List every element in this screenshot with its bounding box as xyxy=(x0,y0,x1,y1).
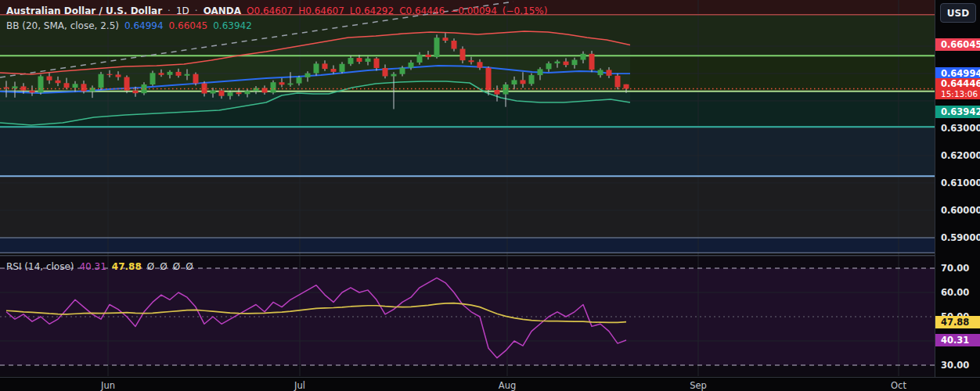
bb-lower-price-tag: 0.63942 xyxy=(935,106,980,118)
candle-up xyxy=(271,82,276,92)
month-label[interactable]: Aug xyxy=(493,380,521,391)
candle-down xyxy=(383,68,388,76)
candle-up xyxy=(391,74,397,77)
candle-down xyxy=(81,84,87,91)
candle-up xyxy=(38,77,44,93)
candle-up xyxy=(185,74,190,76)
candle-down xyxy=(30,91,35,93)
price-axis-label: 0.59000 xyxy=(935,232,980,243)
bb-upper-price-value: 0.66045 xyxy=(941,39,980,50)
candle-down xyxy=(374,59,380,68)
candle-down xyxy=(426,55,431,57)
rsi-ma-tag-value: 47.88 xyxy=(941,317,969,328)
price-axis-label: 0.63000 xyxy=(935,123,980,134)
candle-down xyxy=(357,58,362,62)
candle-down xyxy=(564,62,569,66)
price-zone xyxy=(0,0,935,15)
candle-up xyxy=(73,84,78,88)
candle-down xyxy=(236,92,242,94)
rsi-tag-value: 40.31 xyxy=(941,335,969,346)
candle-down xyxy=(279,82,285,84)
bb-upper-price-tag: 0.66045 xyxy=(935,38,980,51)
candle-up xyxy=(150,73,156,84)
candle-down xyxy=(521,80,526,84)
currency-unit-button[interactable]: USD xyxy=(940,3,976,23)
month-label[interactable]: Jun xyxy=(94,380,122,391)
candle-up xyxy=(538,69,543,75)
bb-lower-price-value: 0.63942 xyxy=(941,106,980,117)
candle-up xyxy=(228,92,233,96)
price-axis-label: 0.61000 xyxy=(935,178,980,188)
candle-up xyxy=(348,58,354,64)
rsi-axis-label: 70.00 xyxy=(935,263,969,274)
candle-down xyxy=(452,41,457,48)
candle-up xyxy=(13,86,18,88)
price-zone xyxy=(0,238,935,253)
candle-down xyxy=(607,70,612,75)
candle-down xyxy=(331,69,337,72)
month-label[interactable]: Jul xyxy=(286,380,314,391)
candle-up xyxy=(366,59,371,62)
candle-down xyxy=(64,83,70,88)
candle-down xyxy=(589,54,595,70)
price-axis-label: 0.60000 xyxy=(935,205,980,216)
last-price-tag: 0.64446 15:13:06 xyxy=(935,78,980,99)
price-zone xyxy=(0,176,935,238)
pane-divider[interactable] xyxy=(0,255,935,256)
time-axis[interactable]: JunJulAugSepOct xyxy=(0,377,980,391)
candle-up xyxy=(434,38,440,57)
chart-svg xyxy=(0,0,935,377)
candle-up xyxy=(400,68,405,74)
candle-up xyxy=(211,91,216,94)
candle-up xyxy=(529,75,535,84)
rsi-value-tag: 40.31 xyxy=(935,334,980,346)
candle-up xyxy=(572,60,578,66)
rsi-axis-label: 30.00 xyxy=(935,360,969,371)
rsi-axis-label: 60.00 xyxy=(935,287,969,298)
candle-up xyxy=(168,72,173,75)
candle-down xyxy=(219,91,225,96)
candle-up xyxy=(288,84,294,85)
candle-up xyxy=(340,64,345,72)
chart-canvas[interactable]: Australian Dollar / U.S. Dollar · 1D · O… xyxy=(0,0,935,377)
bar-countdown: 15:13:06 xyxy=(941,89,980,99)
month-label[interactable]: Sep xyxy=(684,380,712,391)
month-label[interactable]: Oct xyxy=(885,380,913,391)
candle-down xyxy=(477,62,483,67)
candle-up xyxy=(581,54,586,60)
candle-down xyxy=(116,74,121,77)
last-price-value: 0.64446 xyxy=(941,78,980,89)
candle-down xyxy=(133,91,139,93)
candle-down xyxy=(469,60,474,62)
candle-up xyxy=(314,63,319,73)
tradingview-chart-window: Australian Dollar / U.S. Dollar · 1D · O… xyxy=(0,0,980,391)
candle-down xyxy=(47,77,52,81)
candle-down xyxy=(176,72,182,76)
candle-down xyxy=(486,68,492,90)
candle-up xyxy=(512,80,517,84)
candle-down xyxy=(615,76,621,88)
candle-down xyxy=(495,90,500,95)
rsi-ma-tag: 47.88 xyxy=(935,316,980,328)
candle-up xyxy=(409,63,414,68)
candle-down xyxy=(460,49,466,61)
candle-up xyxy=(305,74,311,77)
candle-up xyxy=(503,84,509,95)
candle-down xyxy=(124,77,130,91)
candle-down xyxy=(107,74,113,75)
candle-up xyxy=(546,63,552,69)
candle-down xyxy=(624,84,629,89)
price-axis[interactable]: USD 0.66045 0.64994 0.64446 15:13:06 0.6… xyxy=(935,0,980,377)
candle-down xyxy=(193,74,199,84)
candle-up xyxy=(297,77,302,84)
candle-up xyxy=(417,55,423,63)
candle-down xyxy=(443,38,449,41)
price-zone xyxy=(0,127,935,176)
candle-down xyxy=(159,73,164,74)
candle-up xyxy=(245,91,250,94)
candle-up xyxy=(99,74,104,88)
candle-up xyxy=(254,88,259,91)
candle-down xyxy=(56,81,61,83)
candle-up xyxy=(598,70,603,75)
candle-down xyxy=(322,63,328,69)
